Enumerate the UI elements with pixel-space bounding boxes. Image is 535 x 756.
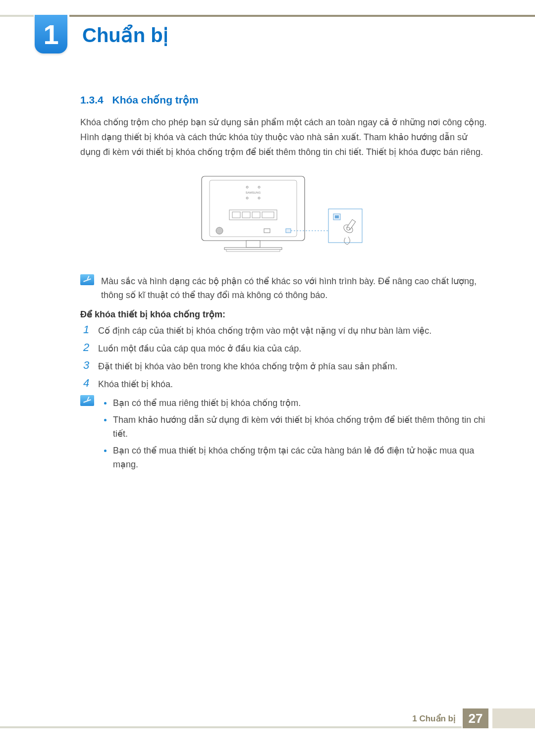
note-icon bbox=[80, 395, 94, 406]
diagram-wrap: SAMSUNG bbox=[80, 173, 487, 262]
bullet-item: Tham khảo hướng dẫn sử dụng đi kèm với t… bbox=[101, 413, 487, 441]
svg-rect-14 bbox=[246, 241, 260, 248]
chapter-banner: 1 Chuẩn bị bbox=[0, 15, 535, 53]
footer-stripe bbox=[0, 726, 462, 728]
chapter-number: 1 bbox=[43, 18, 58, 50]
section-title: Khóa chống trộm bbox=[112, 94, 199, 105]
footer-bar-right bbox=[492, 708, 535, 728]
step-item: Cố định cáp của thiết bị khóa chống trộm… bbox=[80, 324, 487, 338]
bullet-item: Bạn có thể mua riêng thiết bị khóa chống… bbox=[101, 396, 487, 410]
section-heading: 1.3.4 Khóa chống trộm bbox=[80, 94, 487, 106]
svg-rect-9 bbox=[252, 212, 260, 218]
bullet-item: Bạn có thể mua thiết bị khóa chống trộm … bbox=[101, 444, 487, 471]
svg-rect-10 bbox=[262, 212, 274, 218]
note-block-1: Màu sắc và hình dạng các bộ phận có thể … bbox=[80, 274, 487, 302]
steps-subheading: Để khóa thiết bị khóa chống trộm: bbox=[80, 309, 487, 320]
footer-page-number: 27 bbox=[463, 708, 488, 728]
step-item: Khóa thiết bị khóa. bbox=[80, 377, 487, 391]
banner-stripe-right bbox=[69, 15, 535, 17]
chapter-title: Chuẩn bị bbox=[82, 24, 168, 47]
svg-rect-1 bbox=[210, 180, 297, 237]
footer-label: 1 Chuẩn bị bbox=[405, 708, 463, 728]
step-item: Đặt thiết bị khóa vào bên trong khe khóa… bbox=[80, 359, 487, 373]
step-item: Luồn một đầu của cáp qua móc ở đầu kia c… bbox=[80, 342, 487, 355]
brand-label: SAMSUNG bbox=[246, 191, 261, 194]
steps-list: Cố định cáp của thiết bị khóa chống trộm… bbox=[80, 324, 487, 391]
svg-point-11 bbox=[216, 227, 223, 234]
svg-rect-12 bbox=[264, 229, 270, 233]
banner-stripe-left bbox=[0, 15, 34, 17]
note-icon bbox=[80, 274, 94, 285]
svg-rect-8 bbox=[242, 212, 250, 218]
intro-paragraph: Khóa chống trộm cho phép bạn sử dụng sản… bbox=[80, 115, 487, 159]
note-bullets: Bạn có thể mua riêng thiết bị khóa chống… bbox=[101, 396, 487, 474]
svg-rect-15 bbox=[224, 248, 282, 250]
svg-rect-20 bbox=[335, 215, 339, 218]
note-block-2: Bạn có thể mua riêng thiết bị khóa chống… bbox=[80, 395, 487, 474]
section-number: 1.3.4 bbox=[80, 94, 104, 105]
chapter-number-tab: 1 bbox=[35, 15, 67, 53]
svg-rect-16 bbox=[226, 250, 280, 252]
note-text: Màu sắc và hình dạng các bộ phận có thể … bbox=[101, 274, 487, 302]
svg-rect-13 bbox=[286, 229, 291, 233]
monitor-lock-diagram: SAMSUNG bbox=[200, 173, 368, 262]
footer: 1 Chuẩn bị 27 bbox=[405, 708, 488, 728]
content-area: 1.3.4 Khóa chống trộm Khóa chống trộm ch… bbox=[80, 94, 487, 481]
svg-rect-7 bbox=[232, 212, 240, 218]
